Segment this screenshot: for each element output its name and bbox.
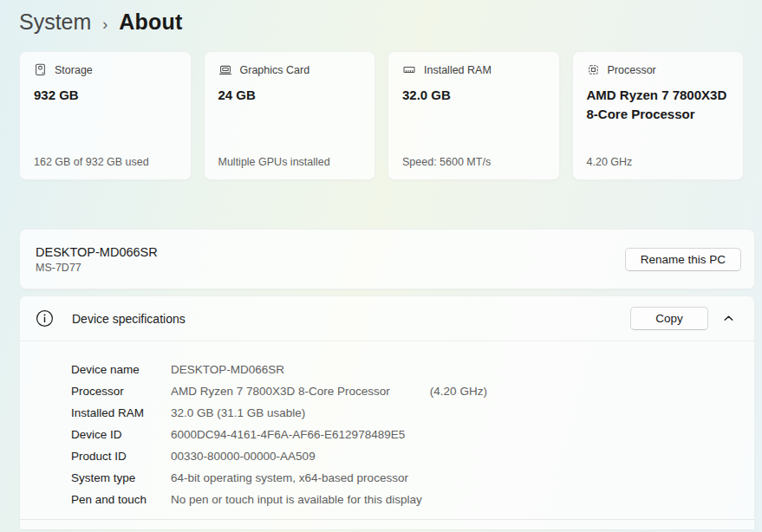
storage-card: Storage 932 GB 162 GB of 932 GB used xyxy=(19,51,192,180)
page-title: About xyxy=(119,10,182,35)
storage-card-subtext: 162 GB of 932 GB used xyxy=(34,156,177,168)
processor-card-value: AMD Ryzen 7 7800X3D 8-Core Processor xyxy=(587,86,730,124)
collapse-expander-button[interactable] xyxy=(715,306,741,332)
copy-button[interactable]: Copy xyxy=(630,307,708,330)
storage-icon xyxy=(34,63,47,76)
graphics-card-icon xyxy=(218,63,232,76)
installed-ram-subtext: Speed: 5600 MT/s xyxy=(402,156,545,168)
spec-value: 00330-80000-00000-AA509 xyxy=(171,450,316,463)
chevron-up-icon xyxy=(722,312,735,325)
spec-value: AMD Ryzen 7 7800X3D 8-Core Processor xyxy=(171,385,390,398)
installed-ram-card: Installed RAM 32.0 GB Speed: 5600 MT/s xyxy=(388,51,560,180)
processor-card: Processor AMD Ryzen 7 7800X3D 8-Core Pro… xyxy=(572,51,745,180)
processor-icon xyxy=(587,63,600,76)
graphics-card-label: Graphics Card xyxy=(240,64,310,76)
spec-row-pen-and-touch: Pen and touch No pen or touch input is a… xyxy=(71,489,754,510)
ram-icon xyxy=(402,63,416,76)
rename-pc-button[interactable]: Rename this PC xyxy=(625,248,741,271)
spec-label: Device name xyxy=(71,363,171,376)
graphics-card-card: Graphics Card 24 GB Multiple GPUs instal… xyxy=(204,51,376,180)
device-specifications-list: Device name DESKTOP-MD066SR Processor AM… xyxy=(20,341,754,510)
processor-card-subtext: 4.20 GHz xyxy=(587,156,730,168)
spec-label: Installed RAM xyxy=(71,406,171,419)
spec-value: 32.0 GB (31.1 GB usable) xyxy=(171,406,305,419)
device-specifications-section: Device specifications Copy Device name D… xyxy=(19,295,755,529)
installed-ram-value: 32.0 GB xyxy=(402,86,545,105)
installed-ram-label: Installed RAM xyxy=(424,64,492,76)
storage-card-value: 932 GB xyxy=(34,86,177,105)
device-specifications-title: Device specifications xyxy=(72,312,186,326)
spec-label: Product ID xyxy=(71,450,171,463)
breadcrumb: System › About xyxy=(0,0,762,35)
spec-row-product-id: Product ID 00330-80000-00000-AA509 xyxy=(71,445,754,467)
graphics-card-subtext: Multiple GPUs installed xyxy=(218,156,361,168)
spec-value: No pen or touch input is available for t… xyxy=(171,493,422,506)
processor-card-label: Processor xyxy=(608,64,656,76)
spec-value: 6000DC94-4161-4F6A-AF66-E612978489E5 xyxy=(171,428,405,441)
spec-label: System type xyxy=(71,471,171,484)
device-name: DESKTOP-MD066SR xyxy=(36,245,158,259)
spec-row-installed-ram: Installed RAM 32.0 GB (31.1 GB usable) xyxy=(71,402,754,424)
section-divider xyxy=(20,519,754,520)
device-specifications-header[interactable]: Device specifications Copy xyxy=(20,296,754,341)
storage-card-label: Storage xyxy=(55,64,93,76)
spec-label: Pen and touch xyxy=(71,493,171,506)
graphics-card-value: 24 GB xyxy=(218,86,361,105)
spec-row-device-name: Device name DESKTOP-MD066SR xyxy=(71,359,754,380)
device-name-panel: DESKTOP-MD066SR MS-7D77 Rename this PC xyxy=(19,229,755,289)
spec-row-device-id: Device ID 6000DC94-4161-4F6A-AF66-E61297… xyxy=(71,424,754,445)
spec-value: 64-bit operating system, x64-based proce… xyxy=(171,471,408,484)
spec-extra: (4.20 GHz) xyxy=(430,385,487,398)
breadcrumb-separator: › xyxy=(102,16,107,34)
spec-row-system-type: System type 64-bit operating system, x64… xyxy=(71,467,754,489)
spec-value: DESKTOP-MD066SR xyxy=(171,363,284,376)
spec-row-processor: Processor AMD Ryzen 7 7800X3D 8-Core Pro… xyxy=(71,380,754,402)
spec-label: Device ID xyxy=(71,428,171,441)
info-icon xyxy=(36,309,54,328)
summary-cards: Storage 932 GB 162 GB of 932 GB used Gra… xyxy=(19,51,744,180)
device-model: MS-7D77 xyxy=(36,262,158,274)
breadcrumb-system-link[interactable]: System xyxy=(19,10,91,35)
spec-label: Processor xyxy=(71,385,171,398)
